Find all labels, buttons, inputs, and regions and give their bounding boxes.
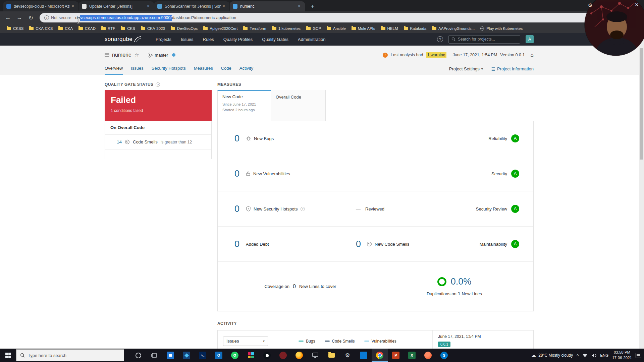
- maintainability-rating-badge[interactable]: A: [511, 240, 519, 248]
- duplications-percent-link[interactable]: 0.0%: [451, 277, 472, 287]
- bookmark-item[interactable]: CKA: [58, 26, 73, 31]
- legend-vulnerabilities[interactable]: Vulnerabilities: [364, 339, 396, 344]
- clock-widget[interactable]: 03:58 PM 17-06-2021: [612, 350, 632, 360]
- bookmark-item[interactable]: AAProvingGrounds...: [432, 26, 475, 31]
- firefox-icon[interactable]: [291, 349, 307, 362]
- sonarqube-logo[interactable]: sonarqube: [105, 36, 142, 43]
- bookmark-item[interactable]: 1.kubernetes: [272, 26, 301, 31]
- hidden-icons-chevron[interactable]: ^: [577, 353, 579, 358]
- bookmark-item[interactable]: Ansible: [327, 26, 346, 31]
- bookmark-item[interactable]: Play with Kubernetes: [480, 26, 523, 31]
- bookmark-item[interactable]: DevSecOps: [171, 26, 198, 31]
- opera-icon[interactable]: [420, 349, 436, 362]
- browser-tab-azure[interactable]: devsecops-cloud - Microsoft Azu ×: [3, 1, 78, 11]
- browser-tab-jenkins-update[interactable]: Update Center [Jenkins] ×: [79, 1, 154, 11]
- measures-tab-overall-code[interactable]: Overall Code: [271, 90, 326, 121]
- outlook-icon[interactable]: O: [211, 349, 227, 362]
- bookmark-item[interactable]: CKA-2020: [141, 26, 165, 31]
- projects-search-input[interactable]: Search for projects...: [448, 35, 520, 44]
- tab-close-icon[interactable]: ×: [146, 4, 151, 9]
- help-icon[interactable]: ?: [301, 207, 305, 211]
- project-tab-issues[interactable]: Issues: [131, 66, 144, 75]
- branch-selector[interactable]: master: [148, 53, 168, 58]
- bookmark-item[interactable]: RTF: [101, 26, 115, 31]
- forward-button[interactable]: →: [15, 13, 24, 22]
- security-review-rating-badge[interactable]: A: [511, 205, 519, 213]
- nav-item-rules[interactable]: Rules: [203, 37, 214, 42]
- bookmark-item[interactable]: CKA-CKS: [29, 26, 53, 31]
- new-bugs-count-link[interactable]: 0: [234, 133, 240, 144]
- window-settings-gear-icon[interactable]: ⚙: [588, 2, 592, 8]
- bookmark-item[interactable]: HELM: [381, 26, 398, 31]
- powershell-icon[interactable]: >_: [195, 349, 211, 362]
- nav-item-quality-gates[interactable]: Quality Gates: [262, 37, 288, 42]
- remote-desktop-icon[interactable]: [307, 349, 323, 362]
- vscode-icon[interactable]: [356, 349, 372, 362]
- bookmark-item[interactable]: CKAD: [78, 26, 96, 31]
- whatsapp-icon[interactable]: [227, 349, 243, 362]
- legend-code-smells[interactable]: Code Smells: [325, 339, 355, 344]
- tab-close-icon[interactable]: ×: [70, 4, 75, 9]
- condition-value-link[interactable]: 14: [114, 139, 122, 144]
- project-settings-dropdown[interactable]: Project Settings ▾: [449, 66, 483, 71]
- nav-item-projects[interactable]: Projects: [156, 37, 171, 42]
- bookmark-item[interactable]: CKSS: [7, 26, 23, 31]
- nav-item-issues[interactable]: Issues: [181, 37, 194, 42]
- legend-bugs[interactable]: Bugs: [299, 339, 315, 344]
- help-icon[interactable]: ?: [156, 82, 160, 87]
- bookmark-item[interactable]: Terraform: [243, 26, 266, 31]
- bookmark-item[interactable]: Apigee2020Cert: [203, 26, 237, 31]
- project-tab-activity[interactable]: Activity: [239, 66, 253, 75]
- activity-metric-select[interactable]: Issues ▾: [223, 337, 268, 346]
- back-button[interactable]: ←: [3, 13, 13, 22]
- home-icon[interactable]: ⌂: [530, 52, 534, 58]
- weather-widget[interactable]: ☁ 28°C Mostly cloudy: [531, 352, 573, 358]
- analysis-entry-date[interactable]: June 17, 2021, 1:54 PM: [438, 334, 528, 339]
- page-scrollbar-track[interactable]: [639, 33, 644, 349]
- task-view-icon[interactable]: [146, 349, 162, 362]
- user-avatar[interactable]: A: [526, 35, 534, 43]
- settings-gear-icon[interactable]: ⚙: [339, 349, 356, 362]
- tab-close-icon[interactable]: ×: [297, 4, 302, 9]
- security-rating-badge[interactable]: A: [511, 170, 519, 178]
- page-scrollbar-thumb[interactable]: [640, 48, 643, 160]
- project-tab-measures[interactable]: Measures: [194, 66, 213, 75]
- project-tab-security-hotspots[interactable]: Security Hotspots: [152, 66, 186, 75]
- powerpoint-icon[interactable]: P: [388, 349, 404, 362]
- project-information-link[interactable]: Project Information: [490, 66, 534, 71]
- help-icon[interactable]: ?: [437, 36, 443, 42]
- file-explorer-icon[interactable]: [323, 349, 339, 362]
- duplications-lines-count[interactable]: 1: [458, 291, 460, 296]
- new-hotspots-count-link[interactable]: 0: [234, 204, 240, 214]
- excel-icon[interactable]: X: [404, 349, 420, 362]
- store-icon[interactable]: [162, 349, 178, 362]
- new-tab-button[interactable]: +: [308, 1, 317, 11]
- cortana-icon[interactable]: [130, 349, 146, 362]
- measures-tab-new-code[interactable]: New Code Since June 17, 2021 Started 2 h…: [217, 90, 271, 121]
- reload-button[interactable]: ↻: [26, 13, 36, 22]
- app-icon-maroon[interactable]: [275, 349, 291, 362]
- project-tab-overview[interactable]: Overview: [105, 66, 123, 75]
- network-icon[interactable]: [582, 353, 588, 358]
- bookmark-item[interactable]: Mule APIs: [352, 26, 375, 31]
- coverage-lines-count[interactable]: 0: [293, 284, 296, 290]
- keyboard-language[interactable]: ENG: [600, 353, 608, 357]
- tab-close-icon[interactable]: ×: [221, 4, 226, 9]
- bookmark-item[interactable]: CKS: [121, 26, 135, 31]
- window-close-icon[interactable]: ×: [635, 1, 639, 8]
- browser-tab-sonarscanner[interactable]: SonarScanner for Jenkins | Sonar ×: [154, 1, 229, 11]
- added-debt-count-link[interactable]: 0: [234, 239, 240, 249]
- reliability-rating-badge[interactable]: A: [511, 134, 519, 142]
- new-vulnerabilities-count-link[interactable]: 0: [234, 169, 240, 179]
- bookmark-item[interactable]: GCP: [306, 26, 321, 31]
- favorite-star-icon[interactable]: ☆: [135, 52, 139, 58]
- photos-icon[interactable]: [178, 349, 195, 362]
- skype-icon[interactable]: S: [436, 349, 452, 362]
- nav-item-administration[interactable]: Administration: [298, 37, 325, 42]
- start-button[interactable]: [0, 349, 16, 362]
- warning-link[interactable]: 1 warning: [426, 52, 446, 58]
- volume-icon[interactable]: [591, 353, 596, 358]
- project-tab-code[interactable]: Code: [221, 66, 231, 75]
- github-icon[interactable]: [259, 349, 275, 362]
- action-center-icon[interactable]: [636, 353, 641, 358]
